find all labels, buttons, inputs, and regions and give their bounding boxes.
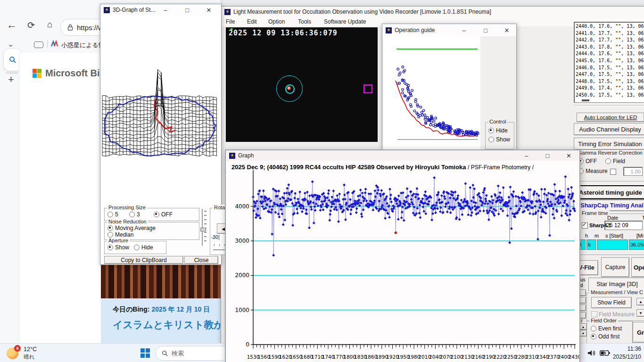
radio-icon [591, 326, 596, 331]
odd-first-radio[interactable]: Odd first [591, 333, 619, 340]
spinner-up-button[interactable]: ▲ [636, 298, 644, 305]
aperture-groupbox: Aperture Show Hide [104, 241, 166, 254]
video-display[interactable]: 2025 12 09 13:06:36:079 [226, 27, 378, 142]
gamma-off-radio[interactable]: OFF [578, 158, 597, 165]
browser-refresh-button[interactable]: ⟳ [27, 20, 35, 31]
search-icon [162, 350, 168, 356]
graph-button[interactable]: Grap [633, 322, 644, 343]
strip-spinner-up[interactable]: ▲ [579, 323, 587, 330]
strip-box-3[interactable] [579, 304, 586, 311]
opguide-close-button[interactable]: ✕ [497, 24, 516, 36]
slider-handle[interactable] [200, 228, 206, 231]
gamma-measure-radio[interactable]: Measure [578, 168, 608, 174]
list-line: 2441.0, 17.7, "", 13, 06, 53.6 [576, 30, 644, 37]
audio-channel-button[interactable]: Audio Channel Display [574, 123, 644, 135]
opguide-minimize-button[interactable]: – [454, 24, 474, 36]
second-mid-field[interactable]: 36.058 [629, 239, 644, 250]
zoom-slider-vertical[interactable] [200, 209, 208, 246]
graph-close-button[interactable]: ✕ [558, 150, 579, 161]
gamma-checkbox[interactable] [610, 169, 616, 175]
gamma-groupbox: Gamma Reverse Correction OFF Field Measu… [574, 153, 644, 181]
strip-box-2[interactable] [579, 297, 586, 304]
speaker-icon[interactable] [587, 349, 597, 357]
second-start-field[interactable] [597, 239, 628, 250]
list-line: 2440.0, 17.6, "", 13, 06, 53.6 [576, 23, 644, 30]
aperture-hide-radio[interactable]: Hide [134, 244, 153, 251]
opguide-maximize-button[interactable]: □ [476, 24, 495, 36]
browser-home-button[interactable]: ⌂ [47, 19, 52, 30]
gamma-value: 1.00 [631, 169, 641, 174]
strip-spinner-down[interactable]: ▼ [579, 330, 587, 337]
taskbar-search[interactable]: 検索 [156, 346, 229, 361]
comparison-box[interactable] [363, 84, 372, 93]
strip-box-4[interactable] [579, 312, 586, 319]
graph3d-maximize-button[interactable]: □ [178, 4, 197, 16]
list-line: 2446.0, 17.5, "", 13, 06, 53.8 [576, 65, 644, 72]
graph-maximize-button[interactable]: □ [537, 150, 558, 161]
aperture-legend: Aperture [107, 238, 130, 243]
star-image-3d-button[interactable]: Star Image [3D] [588, 278, 644, 291]
spinner-down-button[interactable]: ▼ [636, 309, 644, 317]
menu-file[interactable]: File [226, 18, 235, 25]
x-axis-labels: 1530156015901620165016801710174017701800… [226, 354, 579, 360]
field-measure-checkbox[interactable] [591, 311, 597, 317]
graph3d-close-button[interactable]: ✕ [199, 4, 218, 16]
weather-widget[interactable]: 6 12°C 晴れ [5, 346, 61, 361]
gamma-value-field[interactable]: 1.00 [623, 167, 643, 176]
graph-minimize-button[interactable]: – [516, 150, 537, 161]
asteroid-timing-guide-button[interactable]: Asteroid timing guide [576, 185, 644, 199]
menu-option[interactable]: Option [268, 18, 285, 25]
m-label: m [594, 233, 599, 239]
new-tab-button[interactable]: + [8, 74, 14, 86]
x-tick-label: 2430 [568, 354, 579, 360]
capture-button[interactable]: Capture [601, 257, 629, 277]
bing-headline[interactable]: イスラムとキリスト教か [113, 318, 221, 331]
menu-tools[interactable]: Tools [298, 18, 311, 25]
even-first-radio[interactable]: Even first [591, 325, 622, 332]
moving-average-label: Moving Average [115, 225, 156, 231]
graph3d-minimize-button[interactable]: – [156, 4, 175, 16]
auto-location-led-button[interactable]: Auto Location for LED [577, 113, 644, 122]
open-avi-button[interactable]: Open A [631, 257, 644, 277]
browser-back-button[interactable]: ← [7, 19, 17, 31]
measurement-view-legend: Measurement / View C [589, 289, 644, 295]
taskbar-clock[interactable]: 11:36 2025/12/10 [606, 345, 641, 361]
list-line: 2445.0, 17.6, "", 13, 06, 53.8 [576, 58, 644, 65]
even-first-label: Even first [598, 325, 622, 332]
moving-average-radio[interactable]: Moving Average [107, 225, 156, 231]
s-start-label: s [Start] [605, 233, 623, 239]
aperture-show-radio[interactable]: Show [107, 244, 129, 251]
sharpcap-timing-button[interactable]: SharpCap Timing Anal [578, 200, 644, 211]
copy-to-clipboard-button[interactable]: Copy to ClipBoard [104, 256, 183, 264]
limovie-titlebar[interactable]: Light Measurement tool for Occultation O… [221, 7, 644, 17]
operation-guide-app-icon [386, 27, 392, 33]
size-off-radio[interactable]: OFF [154, 211, 173, 218]
lock-icon [67, 24, 73, 31]
gamma-field-radio[interactable]: Field [605, 158, 625, 165]
minute-value: 6 [588, 242, 591, 247]
start-button[interactable] [140, 348, 150, 358]
control-hide-radio[interactable]: Hide [488, 127, 508, 134]
tab-preview-icon[interactable] [34, 41, 43, 48]
sharp41-checkbox[interactable] [582, 222, 588, 229]
size5-radio[interactable]: 5 [107, 211, 118, 218]
menu-edit[interactable]: Edit [247, 18, 257, 25]
operation-guide-titlebar[interactable]: Operation guide [382, 24, 516, 36]
star-image-3d-label: Star Image [3D] [596, 281, 638, 288]
timing-error-button[interactable]: Timing Error Simulation [574, 138, 644, 150]
control-show-radio[interactable]: Show [488, 136, 510, 143]
close-3d-button[interactable]: Close [184, 256, 218, 264]
rotation-min-label: -30 [211, 235, 219, 240]
list-slider-handle[interactable] [582, 99, 589, 101]
sharpcap-timing-label: SharpCap Timing Anal [580, 202, 643, 209]
today-bing-date[interactable]: 2025 年 12 月 10 日 [152, 305, 210, 313]
strip-box-1[interactable] [579, 289, 586, 296]
median-radio[interactable]: Median [107, 231, 133, 238]
show-field-button[interactable]: Show Field [591, 297, 632, 308]
measurement-view-groupbox: Measurement / View C Show Field Field Me… [586, 293, 644, 321]
size3-radio[interactable]: 3 [129, 211, 140, 218]
chevron-down-icon[interactable]: ⌄ [8, 40, 14, 49]
minute-field[interactable]: 6 [586, 239, 596, 250]
measurement-list[interactable]: 2440.0, 17.6, "", 13, 06, 53.62441.0, 17… [574, 22, 644, 103]
menu-software-update[interactable]: Software Update [324, 18, 366, 25]
